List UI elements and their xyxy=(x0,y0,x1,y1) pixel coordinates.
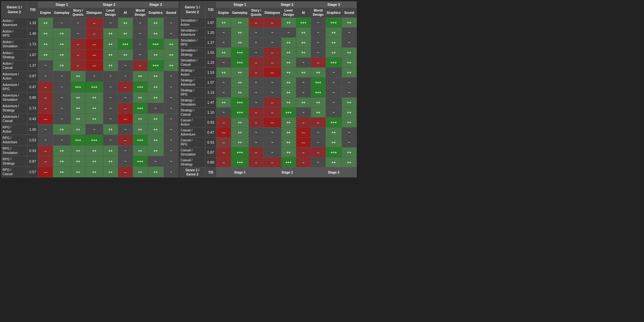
val-cell-12-7: ++ xyxy=(326,137,342,147)
val-cell-7-3: ++ xyxy=(85,92,103,103)
val-cell-7-6: +++ xyxy=(311,88,326,98)
val-cell-9-8: ++ xyxy=(342,108,356,118)
val-cell-9-1: ~ xyxy=(53,113,71,124)
genre-cell-6: Adventure /RPG xyxy=(2,81,27,92)
val-cell-1-4: ++ xyxy=(103,28,118,39)
genre-cell-10: RPG /Action xyxy=(2,124,27,135)
genre-cell-2: Simulation /RPG xyxy=(179,38,205,48)
val-cell-6-2: +++ xyxy=(71,81,85,92)
val-cell-4-5: ~ xyxy=(296,58,311,68)
val-cell-6-8: ~ xyxy=(164,81,178,92)
right-hdr-dialogues: Dialogues xyxy=(263,8,281,18)
val-cell-0-1: ++ xyxy=(231,18,249,28)
val-cell-5-8: ++ xyxy=(342,68,356,78)
val-cell-1-1: ++ xyxy=(53,28,71,39)
td-value-14: 0.80 xyxy=(205,157,216,167)
val-cell-10-6: -- xyxy=(311,118,326,128)
right-hdr-engine: Engine xyxy=(216,8,231,18)
val-cell-1-5: ++ xyxy=(118,28,133,39)
val-cell-14-0: -- xyxy=(216,157,231,167)
td-value-0: 1.67 xyxy=(205,18,216,28)
val-cell-9-2: -- xyxy=(249,108,263,118)
val-cell-6-8: ~ xyxy=(342,78,356,88)
genre-cell-5: Strategy /Action xyxy=(179,68,205,78)
val-cell-11-0: --- xyxy=(216,128,231,137)
val-cell-0-0: ++ xyxy=(38,18,53,28)
genre-cell-7: Strategy /RPG xyxy=(179,88,205,98)
val-cell-11-3: ~ xyxy=(263,128,281,137)
td-value-7: 1.13 xyxy=(205,88,216,98)
val-cell-13-8: ~ xyxy=(164,156,178,167)
val-cell-13-3: ++ xyxy=(85,156,103,167)
val-cell-9-7: ~ xyxy=(326,108,342,118)
val-cell-11-5: -- xyxy=(118,135,133,145)
val-cell-8-8: ~ xyxy=(164,103,178,113)
val-cell-4-1: +++ xyxy=(231,58,249,68)
val-cell-13-6: -- xyxy=(311,147,326,157)
left-stage1-header: Stage 1 xyxy=(38,2,86,8)
val-cell-6-1: ++ xyxy=(231,78,249,88)
val-cell-8-7: ~ xyxy=(326,98,342,108)
val-cell-8-3: -- xyxy=(263,98,281,108)
right-td-header: T/D xyxy=(205,2,216,18)
val-cell-14-3: ++ xyxy=(85,167,103,177)
right-hdr-graphics: Graphics xyxy=(326,8,342,18)
right-footer-stage1: Stage 1 xyxy=(216,167,263,177)
val-cell-13-2: ++ xyxy=(71,156,85,167)
genre-cell-4: Action /Casual xyxy=(2,60,27,71)
val-cell-6-5: ~ xyxy=(296,78,311,88)
td-value-13: 0.87 xyxy=(27,156,38,167)
val-cell-3-7: ++ xyxy=(326,48,342,58)
val-cell-1-6: ~ xyxy=(311,28,326,38)
val-cell-1-7: ++ xyxy=(326,28,342,38)
val-cell-2-8: ++ xyxy=(164,39,178,50)
val-cell-4-7: +++ xyxy=(147,60,164,71)
genre-cell-12: Casual /RPG xyxy=(179,137,205,147)
val-cell-5-3: --- xyxy=(263,68,281,78)
td-value-1: 1.20 xyxy=(205,28,216,38)
val-cell-9-7: ++ xyxy=(147,113,164,124)
val-cell-12-8: ~ xyxy=(342,137,356,147)
td-value-11: 0.47 xyxy=(205,128,216,137)
genre-cell-8: Adventure /Strategy xyxy=(2,103,27,113)
val-cell-10-3: ~ xyxy=(85,124,103,135)
val-cell-12-0: -- xyxy=(38,146,53,156)
val-cell-10-7: +++ xyxy=(326,118,342,128)
val-cell-4-5: ~ xyxy=(118,60,133,71)
genre-cell-6: Strategy /Adventure xyxy=(179,78,205,88)
td-value-2: 1.27 xyxy=(205,38,216,48)
val-cell-5-4: ++ xyxy=(281,68,296,78)
val-cell-13-3: ~ xyxy=(263,147,281,157)
val-cell-5-2: ++ xyxy=(71,71,85,81)
val-cell-8-1: +++ xyxy=(231,98,249,108)
genre-cell-5: Adventure /Action xyxy=(2,71,27,81)
td-value-14: 0.57 xyxy=(27,167,38,177)
genre-cell-14: RPG /Casual xyxy=(2,167,27,177)
genre-cell-9: Strategy /Casual xyxy=(179,108,205,118)
val-cell-7-7: ~ xyxy=(326,88,342,98)
val-cell-5-5: ~ xyxy=(118,71,133,81)
val-cell-14-2: ++ xyxy=(71,167,85,177)
val-cell-11-4: ++ xyxy=(281,128,296,137)
val-cell-3-6: ~ xyxy=(133,50,147,60)
val-cell-7-4: ~ xyxy=(103,92,118,103)
val-cell-5-7: ~ xyxy=(326,68,342,78)
val-cell-0-2: ~ xyxy=(71,18,85,28)
val-cell-5-1: ~ xyxy=(53,71,71,81)
val-cell-0-4: ~ xyxy=(103,18,118,28)
val-cell-2-4: ++ xyxy=(281,38,296,48)
val-cell-2-6: ~ xyxy=(133,39,147,50)
val-cell-6-0: ~ xyxy=(216,78,231,88)
val-cell-0-7: ++ xyxy=(147,18,164,28)
val-cell-3-3: -- xyxy=(263,48,281,58)
val-cell-10-2: -- xyxy=(249,118,263,128)
val-cell-12-3: ~ xyxy=(263,137,281,147)
td-value-13: 0.87 xyxy=(205,147,216,157)
val-cell-7-3: ~ xyxy=(263,88,281,98)
val-cell-1-0: ++ xyxy=(38,28,53,39)
right-hdr-story: Story /Quests xyxy=(249,8,263,18)
val-cell-11-8: ~ xyxy=(342,128,356,137)
val-cell-13-6: +++ xyxy=(133,156,147,167)
val-cell-11-2: ~ xyxy=(249,128,263,137)
td-value-12: 0.53 xyxy=(205,137,216,147)
